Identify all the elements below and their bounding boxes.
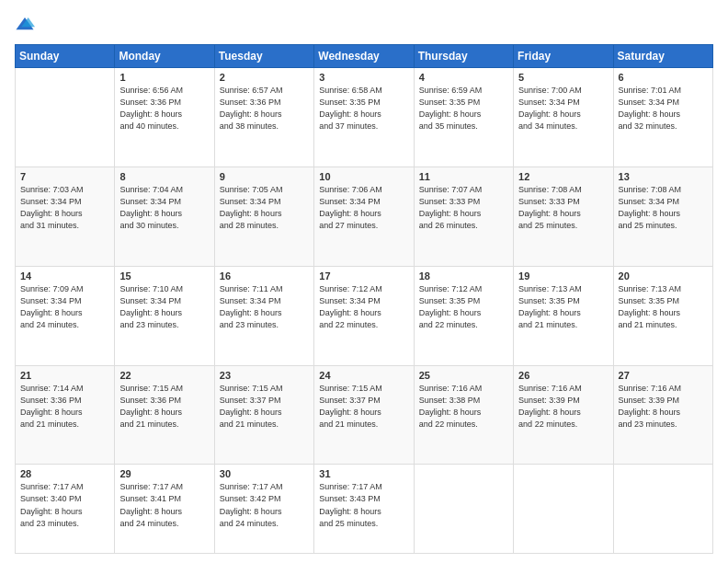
day-info: Sunrise: 7:16 AM Sunset: 3:39 PM Dayligh… bbox=[518, 383, 608, 431]
day-info: Sunrise: 7:10 AM Sunset: 3:34 PM Dayligh… bbox=[119, 283, 209, 331]
day-info: Sunrise: 7:04 AM Sunset: 3:34 PM Dayligh… bbox=[119, 184, 209, 232]
calendar-cell: 2Sunrise: 6:57 AM Sunset: 3:36 PM Daylig… bbox=[214, 68, 313, 167]
day-info: Sunrise: 7:15 AM Sunset: 3:36 PM Dayligh… bbox=[119, 383, 209, 431]
day-info: Sunrise: 7:08 AM Sunset: 3:34 PM Dayligh… bbox=[619, 184, 708, 232]
calendar-cell: 30Sunrise: 7:17 AM Sunset: 3:42 PM Dayli… bbox=[214, 465, 313, 554]
weekday-header-wednesday: Wednesday bbox=[314, 45, 414, 68]
calendar-cell bbox=[414, 465, 513, 554]
day-info: Sunrise: 7:05 AM Sunset: 3:34 PM Dayligh… bbox=[220, 184, 309, 232]
calendar-cell: 5Sunrise: 7:00 AM Sunset: 3:34 PM Daylig… bbox=[514, 68, 613, 167]
day-number: 4 bbox=[419, 72, 508, 83]
weekday-header-row: SundayMondayTuesdayWednesdayThursdayFrid… bbox=[16, 45, 713, 68]
calendar-cell: 15Sunrise: 7:10 AM Sunset: 3:34 PM Dayli… bbox=[115, 266, 214, 365]
day-info: Sunrise: 7:13 AM Sunset: 3:35 PM Dayligh… bbox=[619, 283, 708, 331]
logo-icon bbox=[15, 15, 35, 35]
day-info: Sunrise: 7:12 AM Sunset: 3:34 PM Dayligh… bbox=[319, 283, 408, 331]
weekday-header-thursday: Thursday bbox=[414, 45, 513, 68]
day-info: Sunrise: 7:09 AM Sunset: 3:34 PM Dayligh… bbox=[20, 283, 109, 331]
calendar-table: SundayMondayTuesdayWednesdayThursdayFrid… bbox=[15, 44, 713, 554]
weekday-header-sunday: Sunday bbox=[16, 45, 115, 68]
calendar-cell: 14Sunrise: 7:09 AM Sunset: 3:34 PM Dayli… bbox=[16, 266, 115, 365]
calendar-cell: 19Sunrise: 7:13 AM Sunset: 3:35 PM Dayli… bbox=[514, 266, 613, 365]
day-info: Sunrise: 7:15 AM Sunset: 3:37 PM Dayligh… bbox=[319, 383, 408, 431]
day-number: 31 bbox=[319, 468, 408, 479]
logo bbox=[15, 15, 39, 35]
calendar-week-row: 7Sunrise: 7:03 AM Sunset: 3:34 PM Daylig… bbox=[16, 167, 713, 266]
calendar-cell bbox=[613, 465, 712, 554]
calendar-cell: 16Sunrise: 7:11 AM Sunset: 3:34 PM Dayli… bbox=[214, 266, 313, 365]
calendar-cell bbox=[16, 68, 115, 167]
calendar-cell: 3Sunrise: 6:58 AM Sunset: 3:35 PM Daylig… bbox=[314, 68, 414, 167]
day-number: 8 bbox=[119, 171, 209, 182]
day-info: Sunrise: 7:17 AM Sunset: 3:40 PM Dayligh… bbox=[20, 481, 109, 529]
calendar-cell: 21Sunrise: 7:14 AM Sunset: 3:36 PM Dayli… bbox=[16, 365, 115, 465]
day-number: 10 bbox=[319, 171, 408, 182]
day-info: Sunrise: 6:56 AM Sunset: 3:36 PM Dayligh… bbox=[119, 85, 209, 132]
day-number: 28 bbox=[20, 468, 109, 479]
day-number: 17 bbox=[319, 270, 408, 282]
weekday-header-monday: Monday bbox=[115, 45, 214, 68]
day-number: 29 bbox=[119, 468, 209, 479]
calendar-cell: 13Sunrise: 7:08 AM Sunset: 3:34 PM Dayli… bbox=[613, 167, 712, 266]
calendar-cell: 20Sunrise: 7:13 AM Sunset: 3:35 PM Dayli… bbox=[613, 266, 712, 365]
day-number: 5 bbox=[518, 72, 608, 83]
day-info: Sunrise: 6:57 AM Sunset: 3:36 PM Dayligh… bbox=[220, 85, 309, 132]
calendar-cell: 23Sunrise: 7:15 AM Sunset: 3:37 PM Dayli… bbox=[214, 365, 313, 465]
day-info: Sunrise: 7:14 AM Sunset: 3:36 PM Dayligh… bbox=[20, 383, 109, 431]
calendar-cell: 1Sunrise: 6:56 AM Sunset: 3:36 PM Daylig… bbox=[115, 68, 214, 167]
calendar-week-row: 21Sunrise: 7:14 AM Sunset: 3:36 PM Dayli… bbox=[16, 365, 713, 465]
calendar-cell: 9Sunrise: 7:05 AM Sunset: 3:34 PM Daylig… bbox=[214, 167, 313, 266]
calendar-cell: 8Sunrise: 7:04 AM Sunset: 3:34 PM Daylig… bbox=[115, 167, 214, 266]
day-info: Sunrise: 7:07 AM Sunset: 3:33 PM Dayligh… bbox=[419, 184, 508, 232]
day-number: 14 bbox=[20, 270, 109, 282]
day-info: Sunrise: 7:08 AM Sunset: 3:33 PM Dayligh… bbox=[518, 184, 608, 232]
calendar-cell: 24Sunrise: 7:15 AM Sunset: 3:37 PM Dayli… bbox=[314, 365, 414, 465]
calendar-cell bbox=[514, 465, 613, 554]
calendar-cell: 18Sunrise: 7:12 AM Sunset: 3:35 PM Dayli… bbox=[414, 266, 513, 365]
calendar-cell: 11Sunrise: 7:07 AM Sunset: 3:33 PM Dayli… bbox=[414, 167, 513, 266]
day-number: 9 bbox=[220, 171, 309, 182]
day-number: 27 bbox=[619, 370, 708, 381]
day-number: 15 bbox=[119, 270, 209, 282]
day-number: 7 bbox=[20, 171, 109, 182]
calendar-week-row: 28Sunrise: 7:17 AM Sunset: 3:40 PM Dayli… bbox=[16, 465, 713, 554]
calendar-cell: 25Sunrise: 7:16 AM Sunset: 3:38 PM Dayli… bbox=[414, 365, 513, 465]
weekday-header-tuesday: Tuesday bbox=[214, 45, 313, 68]
weekday-header-friday: Friday bbox=[514, 45, 613, 68]
calendar-cell: 29Sunrise: 7:17 AM Sunset: 3:41 PM Dayli… bbox=[115, 465, 214, 554]
calendar-cell: 22Sunrise: 7:15 AM Sunset: 3:36 PM Dayli… bbox=[115, 365, 214, 465]
day-number: 24 bbox=[319, 370, 408, 381]
calendar-cell: 12Sunrise: 7:08 AM Sunset: 3:33 PM Dayli… bbox=[514, 167, 613, 266]
day-info: Sunrise: 7:03 AM Sunset: 3:34 PM Dayligh… bbox=[20, 184, 109, 232]
day-number: 22 bbox=[119, 370, 209, 381]
day-number: 13 bbox=[619, 171, 708, 182]
day-number: 16 bbox=[220, 270, 309, 282]
calendar-cell: 27Sunrise: 7:16 AM Sunset: 3:39 PM Dayli… bbox=[613, 365, 712, 465]
day-info: Sunrise: 6:59 AM Sunset: 3:35 PM Dayligh… bbox=[419, 85, 508, 132]
day-number: 30 bbox=[220, 468, 309, 479]
day-info: Sunrise: 7:11 AM Sunset: 3:34 PM Dayligh… bbox=[220, 283, 309, 331]
day-number: 11 bbox=[419, 171, 508, 182]
day-info: Sunrise: 7:16 AM Sunset: 3:38 PM Dayligh… bbox=[419, 383, 508, 431]
day-number: 3 bbox=[319, 72, 408, 83]
day-number: 25 bbox=[419, 370, 508, 381]
calendar-cell: 6Sunrise: 7:01 AM Sunset: 3:34 PM Daylig… bbox=[613, 68, 712, 167]
day-number: 19 bbox=[518, 270, 608, 282]
day-info: Sunrise: 7:16 AM Sunset: 3:39 PM Dayligh… bbox=[619, 383, 708, 431]
calendar-page: SundayMondayTuesdayWednesdayThursdayFrid… bbox=[0, 0, 728, 563]
calendar-cell: 17Sunrise: 7:12 AM Sunset: 3:34 PM Dayli… bbox=[314, 266, 414, 365]
calendar-cell: 31Sunrise: 7:17 AM Sunset: 3:43 PM Dayli… bbox=[314, 465, 414, 554]
day-info: Sunrise: 7:01 AM Sunset: 3:34 PM Dayligh… bbox=[619, 85, 708, 132]
day-info: Sunrise: 6:58 AM Sunset: 3:35 PM Dayligh… bbox=[319, 85, 408, 132]
calendar-cell: 26Sunrise: 7:16 AM Sunset: 3:39 PM Dayli… bbox=[514, 365, 613, 465]
weekday-header-saturday: Saturday bbox=[613, 45, 712, 68]
day-info: Sunrise: 7:17 AM Sunset: 3:42 PM Dayligh… bbox=[220, 481, 309, 529]
calendar-cell: 7Sunrise: 7:03 AM Sunset: 3:34 PM Daylig… bbox=[16, 167, 115, 266]
day-info: Sunrise: 7:15 AM Sunset: 3:37 PM Dayligh… bbox=[220, 383, 309, 431]
day-number: 26 bbox=[518, 370, 608, 381]
day-info: Sunrise: 7:06 AM Sunset: 3:34 PM Dayligh… bbox=[319, 184, 408, 232]
calendar-cell: 4Sunrise: 6:59 AM Sunset: 3:35 PM Daylig… bbox=[414, 68, 513, 167]
day-info: Sunrise: 7:00 AM Sunset: 3:34 PM Dayligh… bbox=[518, 85, 608, 132]
calendar-cell: 28Sunrise: 7:17 AM Sunset: 3:40 PM Dayli… bbox=[16, 465, 115, 554]
day-info: Sunrise: 7:12 AM Sunset: 3:35 PM Dayligh… bbox=[419, 283, 508, 331]
